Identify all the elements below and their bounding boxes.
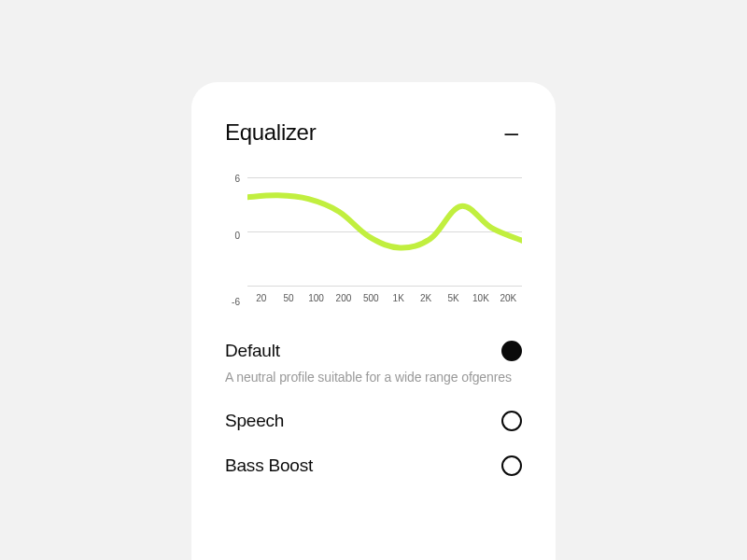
x-tick: 20 bbox=[247, 293, 275, 303]
y-axis-labels: 6 0 -6 bbox=[221, 177, 240, 303]
eq-curve bbox=[247, 177, 522, 286]
x-tick: 20K bbox=[495, 293, 522, 303]
radio-unselected-icon[interactable] bbox=[501, 411, 522, 431]
x-tick: 10K bbox=[467, 293, 494, 303]
x-tick: 50 bbox=[275, 293, 302, 303]
collapse-button[interactable]: – bbox=[501, 120, 522, 145]
radio-unselected-icon[interactable] bbox=[501, 455, 522, 476]
x-tick: 5K bbox=[440, 293, 467, 303]
y-tick: -6 bbox=[221, 297, 240, 307]
y-tick: 6 bbox=[221, 174, 240, 184]
preset-default[interactable]: Default A neutral profile suitable for a… bbox=[225, 341, 522, 386]
x-tick: 100 bbox=[303, 293, 330, 303]
x-tick: 1K bbox=[385, 293, 412, 303]
x-axis-labels: 20 50 100 200 500 1K 2K 5K 10K 20K bbox=[247, 286, 522, 303]
preset-label: Default bbox=[225, 341, 280, 361]
preset-description: A neutral profile suitable for a wide ra… bbox=[225, 369, 522, 386]
preset-bass-boost[interactable]: Bass Boost bbox=[225, 455, 522, 476]
preset-label: Speech bbox=[225, 411, 284, 431]
preset-label: Bass Boost bbox=[225, 455, 313, 476]
radio-selected-icon[interactable] bbox=[501, 341, 522, 361]
x-tick: 500 bbox=[358, 293, 385, 303]
preset-speech[interactable]: Speech bbox=[225, 411, 522, 431]
x-tick: 200 bbox=[330, 293, 357, 303]
preset-list: Default A neutral profile suitable for a… bbox=[225, 341, 522, 476]
x-tick: 2K bbox=[412, 293, 439, 303]
equalizer-card: Equalizer – 6 0 -6 20 50 100 200 500 1K … bbox=[191, 82, 556, 560]
eq-chart: 6 0 -6 20 50 100 200 500 1K 2K 5K 10K 20… bbox=[225, 177, 522, 303]
plot-area[interactable] bbox=[247, 177, 522, 286]
card-title: Equalizer bbox=[225, 119, 316, 146]
card-header: Equalizer – bbox=[225, 119, 522, 146]
y-tick: 0 bbox=[221, 231, 240, 241]
